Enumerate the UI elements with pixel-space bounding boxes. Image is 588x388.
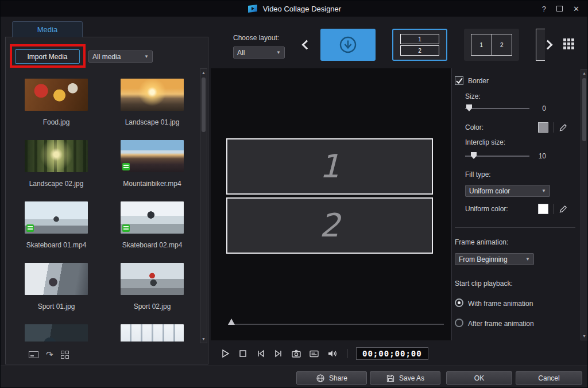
- scrollbar-thumb[interactable]: [582, 78, 586, 141]
- eyedropper-icon: [558, 122, 568, 133]
- media-item[interactable]: Mountainbiker.mp4: [121, 140, 184, 189]
- scroll-up-icon[interactable]: ▲: [200, 69, 207, 76]
- preview-cell-1[interactable]: 1: [226, 138, 433, 195]
- ok-button[interactable]: OK: [446, 371, 512, 385]
- media-item-label: Sport 01.jpg: [25, 302, 88, 311]
- stop-button[interactable]: [237, 347, 249, 360]
- play-button[interactable]: [219, 347, 231, 360]
- uniform-color-swatch[interactable]: [538, 204, 548, 214]
- volume-button[interactable]: [326, 347, 338, 360]
- previous-layouts-button[interactable]: [299, 36, 314, 53]
- border-checkbox[interactable]: [455, 76, 463, 85]
- settings-scrollbar[interactable]: ▲ ▼: [581, 69, 588, 340]
- scroll-down-icon[interactable]: ▼: [200, 335, 207, 343]
- video-collage-designer-window: Video Collage Designer ? ✕ Media Import …: [0, 0, 588, 388]
- size-value: 0: [532, 104, 546, 112]
- tab-media-label: Media: [37, 25, 57, 34]
- radio-after-frame-animation[interactable]: [455, 319, 463, 327]
- preview-cell-number: 1: [319, 150, 340, 183]
- border-color-swatch[interactable]: [538, 122, 548, 133]
- scrollbar-thumb[interactable]: [202, 77, 206, 132]
- caption-button[interactable]: [308, 347, 320, 360]
- next-frame-button[interactable]: [272, 347, 285, 360]
- template-diagram: 1 2: [471, 34, 512, 56]
- media-item[interactable]: Sport 02.jpg: [121, 263, 184, 312]
- snapshot-button[interactable]: [290, 347, 303, 360]
- interclip-slider[interactable]: [465, 152, 529, 160]
- layout-grid-view-icon[interactable]: [563, 38, 574, 49]
- camera-icon: [291, 348, 302, 359]
- previous-frame-button[interactable]: [254, 347, 267, 360]
- tab-media[interactable]: Media: [12, 21, 83, 37]
- window-title: Video Collage Designer: [263, 5, 341, 13]
- layout-template-download[interactable]: [320, 29, 376, 61]
- media-thumbnail: [121, 79, 184, 111]
- preview-seek-slider[interactable]: [228, 319, 444, 327]
- maximize-button[interactable]: [556, 6, 563, 11]
- grid-dot: [571, 38, 574, 41]
- slider-thumb[interactable]: [471, 152, 477, 159]
- media-scrollbar[interactable]: ▲ ▼: [200, 68, 207, 343]
- chevron-down-icon: ▼: [276, 50, 281, 55]
- frame-animation-dropdown[interactable]: From Beginning ▼: [455, 253, 534, 265]
- media-item[interactable]: Food.jpg: [25, 79, 88, 127]
- footer-bar: Share Save As OK Cancel: [1, 366, 587, 388]
- interclip-size-label: Interclip size:: [465, 138, 505, 146]
- scroll-down-icon[interactable]: ▼: [581, 332, 587, 340]
- uniform-color-picker-button[interactable]: [556, 203, 570, 215]
- save-as-button[interactable]: Save As: [370, 371, 440, 385]
- radio-with-frame-animation[interactable]: [455, 298, 463, 307]
- eyedropper-icon: [558, 204, 568, 214]
- media-thumbnail: [25, 263, 88, 295]
- media-item[interactable]: Skateboard 01.mp4: [25, 201, 88, 250]
- share-button[interactable]: Share: [296, 371, 367, 385]
- media-panel-toolbar: ↷: [29, 350, 69, 359]
- cancel-button[interactable]: Cancel: [516, 371, 582, 385]
- grid-dot: [563, 42, 566, 45]
- rotate-arrow-icon[interactable]: ↷: [46, 350, 53, 359]
- scroll-up-icon[interactable]: ▲: [581, 69, 587, 77]
- color-picker-button[interactable]: [556, 121, 570, 134]
- media-item[interactable]: Sport 01.jpg: [25, 263, 88, 312]
- save-as-label: Save As: [399, 374, 424, 382]
- size-slider[interactable]: [465, 104, 529, 112]
- template-cell: 2: [492, 34, 512, 55]
- grid-view-toggle-icon[interactable]: [61, 351, 69, 359]
- transport-controls: 00;00;00;00: [213, 344, 454, 363]
- media-item-label: Skateboard 02.mp4: [121, 241, 184, 249]
- border-label: Border: [468, 77, 489, 85]
- next-layouts-button[interactable]: [540, 36, 555, 53]
- fill-type-dropdown[interactable]: Uniform color ▼: [465, 185, 550, 197]
- playhead-marker-icon[interactable]: [228, 319, 235, 325]
- layout-filter-dropdown[interactable]: All ▼: [233, 46, 285, 59]
- media-panel: Import Media All media ▼ Food.jpg Landsc…: [5, 37, 208, 364]
- chevron-right-icon: [543, 40, 553, 50]
- slider-track: [228, 324, 444, 325]
- video-badge-icon: [26, 224, 34, 232]
- slider-thumb[interactable]: [466, 104, 472, 111]
- media-item[interactable]: Landscape 01.jpg: [121, 79, 184, 127]
- media-item[interactable]: Landscape 02.jpg: [25, 140, 88, 189]
- slider-track: [465, 108, 529, 109]
- layout-template-columns[interactable]: 1 2: [464, 29, 519, 61]
- color-label: Color:: [465, 123, 483, 131]
- media-item-label: Landscape 01.jpg: [121, 118, 184, 126]
- preview-cell-2[interactable]: 2: [226, 197, 433, 254]
- media-item-label: Food.jpg: [25, 118, 88, 126]
- chevron-down-icon: ▼: [525, 257, 530, 262]
- maximize-icon: [556, 6, 563, 11]
- layout-template-stacked-selected[interactable]: 1 2: [392, 29, 447, 61]
- media-item[interactable]: Skateboard 02.mp4: [121, 201, 184, 250]
- close-button[interactable]: ✕: [573, 5, 579, 13]
- stop-icon: [237, 348, 249, 359]
- media-item[interactable]: [121, 324, 184, 342]
- grid-dot: [65, 351, 69, 354]
- media-filter-dropdown[interactable]: All media ▼: [88, 51, 153, 63]
- settings-divider: [455, 227, 575, 228]
- save-icon: [386, 374, 395, 383]
- media-view-icon[interactable]: [29, 351, 38, 358]
- template-cell: 1: [400, 34, 439, 44]
- help-button[interactable]: ?: [542, 5, 546, 13]
- start-clip-playback-label: Start clip playback:: [455, 280, 513, 288]
- media-item[interactable]: [25, 324, 88, 342]
